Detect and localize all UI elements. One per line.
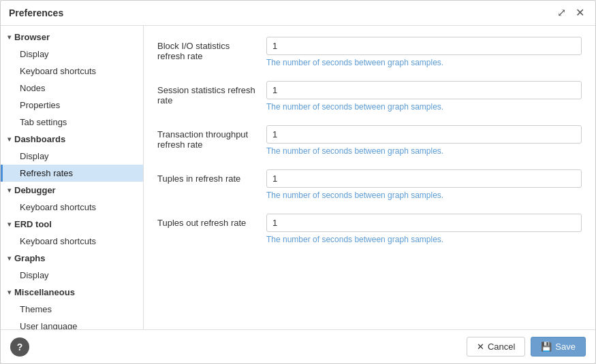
hint-block-io: The number of seconds between graph samp… bbox=[266, 58, 582, 67]
save-label: Save bbox=[555, 342, 576, 352]
form-row-tuples-out: Tuples out refresh rateThe number of sec… bbox=[157, 214, 582, 244]
form-field-tuples-in: The number of seconds between graph samp… bbox=[266, 169, 582, 200]
form-label-session-statistics: Session statistics refresh rate bbox=[157, 81, 266, 105]
input-tuples-out[interactable] bbox=[266, 214, 582, 232]
sidebar-group-label-miscellaneous: Miscellaneous bbox=[14, 287, 75, 297]
form-row-block-io: Block I/O statistics refresh rateThe num… bbox=[157, 37, 582, 67]
preferences-dialog: Preferences ⤢ ✕ ▾BrowserDisplayKeyboard … bbox=[0, 0, 596, 364]
sidebar-item-user-language[interactable]: User language bbox=[1, 318, 143, 329]
sidebar-group-browser[interactable]: ▾Browser bbox=[1, 29, 143, 46]
input-session-statistics[interactable] bbox=[266, 81, 582, 99]
main-content: Block I/O statistics refresh rateThe num… bbox=[144, 26, 595, 329]
chevron-icon: ▾ bbox=[7, 186, 11, 194]
input-block-io[interactable] bbox=[266, 37, 582, 55]
footer-right: ✕ Cancel 💾 Save bbox=[467, 337, 586, 357]
sidebar-group-dashboards[interactable]: ▾Dashboards bbox=[1, 131, 143, 148]
dialog-footer: ? ✕ Cancel 💾 Save bbox=[1, 329, 595, 363]
hint-tuples-in: The number of seconds between graph samp… bbox=[266, 191, 582, 200]
sidebar-section-graphs: ▾GraphsDisplay bbox=[1, 250, 143, 284]
sidebar-section-erd-tool: ▾ERD toolKeyboard shortcuts bbox=[1, 216, 143, 250]
sidebar-item-nodes[interactable]: Nodes bbox=[1, 80, 143, 97]
sidebar-group-erd-tool[interactable]: ▾ERD tool bbox=[1, 216, 143, 233]
cancel-icon: ✕ bbox=[477, 342, 484, 352]
sidebar-group-debugger[interactable]: ▾Debugger bbox=[1, 182, 143, 199]
cancel-button[interactable]: ✕ Cancel bbox=[467, 337, 525, 357]
form-label-transaction-throughput: Transaction throughput refresh rate bbox=[157, 125, 266, 150]
sidebar-group-graphs[interactable]: ▾Graphs bbox=[1, 250, 143, 267]
sidebar-group-label-erd-tool: ERD tool bbox=[14, 219, 52, 229]
form-label-tuples-out: Tuples out refresh rate bbox=[157, 214, 266, 228]
sidebar-item-keyboard-shortcuts-browser[interactable]: Keyboard shortcuts bbox=[1, 63, 143, 80]
chevron-icon: ▾ bbox=[7, 288, 11, 296]
sidebar-item-tab-settings[interactable]: Tab settings bbox=[1, 114, 143, 131]
sidebar-group-label-graphs: Graphs bbox=[14, 253, 46, 263]
sidebar-section-miscellaneous: ▾MiscellaneousThemesUser language bbox=[1, 284, 143, 329]
sidebar-section-debugger: ▾DebuggerKeyboard shortcuts bbox=[1, 182, 143, 216]
chevron-icon: ▾ bbox=[7, 254, 11, 262]
sidebar-item-themes[interactable]: Themes bbox=[1, 301, 143, 318]
close-button[interactable]: ✕ bbox=[573, 6, 587, 20]
sidebar-group-miscellaneous[interactable]: ▾Miscellaneous bbox=[1, 284, 143, 301]
sidebar-item-display-graphs[interactable]: Display bbox=[1, 267, 143, 284]
sidebar-item-keyboard-shortcuts-debugger[interactable]: Keyboard shortcuts bbox=[1, 199, 143, 216]
help-button[interactable]: ? bbox=[10, 337, 29, 357]
input-transaction-throughput[interactable] bbox=[266, 125, 582, 144]
expand-button[interactable]: ⤢ bbox=[554, 6, 569, 20]
sidebar-group-label-debugger: Debugger bbox=[14, 185, 56, 195]
hint-tuples-out: The number of seconds between graph samp… bbox=[266, 235, 582, 244]
form-label-block-io: Block I/O statistics refresh rate bbox=[157, 37, 266, 61]
hint-transaction-throughput: The number of seconds between graph samp… bbox=[266, 146, 582, 156]
form-field-block-io: The number of seconds between graph samp… bbox=[266, 37, 582, 67]
form-field-session-statistics: The number of seconds between graph samp… bbox=[266, 81, 582, 112]
sidebar-item-properties[interactable]: Properties bbox=[1, 97, 143, 114]
sidebar-section-dashboards: ▾DashboardsDisplayRefresh rates bbox=[1, 131, 143, 182]
hint-session-statistics: The number of seconds between graph samp… bbox=[266, 102, 582, 112]
cancel-label: Cancel bbox=[488, 342, 515, 352]
form-field-transaction-throughput: The number of seconds between graph samp… bbox=[266, 125, 582, 156]
titlebar: Preferences ⤢ ✕ bbox=[1, 1, 595, 26]
chevron-icon: ▾ bbox=[7, 220, 11, 228]
footer-left: ? bbox=[10, 337, 29, 357]
sidebar-group-label-browser: Browser bbox=[14, 32, 50, 42]
sidebar-item-refresh-rates[interactable]: Refresh rates bbox=[1, 165, 143, 182]
save-button[interactable]: 💾 Save bbox=[531, 337, 586, 357]
form-row-session-statistics: Session statistics refresh rateThe numbe… bbox=[157, 81, 582, 112]
chevron-icon: ▾ bbox=[7, 33, 11, 41]
sidebar: ▾BrowserDisplayKeyboard shortcutsNodesPr… bbox=[1, 26, 144, 329]
form-field-tuples-out: The number of seconds between graph samp… bbox=[266, 214, 582, 244]
sidebar-item-display-dashboards[interactable]: Display bbox=[1, 148, 143, 165]
input-tuples-in[interactable] bbox=[266, 169, 582, 188]
sidebar-item-display[interactable]: Display bbox=[1, 46, 143, 63]
sidebar-section-browser: ▾BrowserDisplayKeyboard shortcutsNodesPr… bbox=[1, 29, 143, 131]
chevron-icon: ▾ bbox=[7, 135, 11, 143]
dialog-body: ▾BrowserDisplayKeyboard shortcutsNodesPr… bbox=[1, 26, 595, 329]
form-row-transaction-throughput: Transaction throughput refresh rateThe n… bbox=[157, 125, 582, 156]
form-label-tuples-in: Tuples in refresh rate bbox=[157, 169, 266, 184]
form-row-tuples-in: Tuples in refresh rateThe number of seco… bbox=[157, 169, 582, 200]
dialog-title: Preferences bbox=[9, 7, 63, 18]
titlebar-actions: ⤢ ✕ bbox=[554, 6, 587, 20]
sidebar-item-keyboard-shortcuts-erd[interactable]: Keyboard shortcuts bbox=[1, 233, 143, 250]
sidebar-group-label-dashboards: Dashboards bbox=[14, 134, 65, 144]
save-icon: 💾 bbox=[541, 342, 552, 352]
